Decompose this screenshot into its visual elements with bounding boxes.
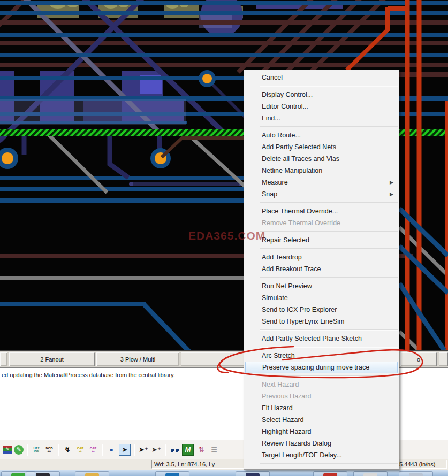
velocity-readout: : 5.4443 (in/ns) xyxy=(393,460,447,469)
submenu-arrow-icon: ▶ xyxy=(390,191,393,197)
menu-item-editor-control[interactable]: Editor Control... xyxy=(244,101,399,112)
taskbar-app-window[interactable] xyxy=(26,471,60,476)
menu-item-add-breakout-trace[interactable]: Add Breakout Trace xyxy=(244,263,399,275)
scheme-tab-o[interactable]: o xyxy=(400,352,437,366)
taskbar-app-diamond-icon xyxy=(246,473,260,476)
measure-green-icon[interactable]: M xyxy=(182,444,194,456)
route-cursor-icon[interactable]: ↯ xyxy=(62,444,73,455)
submenu-arrow-icon: ▶ xyxy=(390,180,393,185)
menu-item-select-hazard[interactable]: Select Hazard xyxy=(244,414,399,426)
menu-item-find[interactable]: Find... xyxy=(244,112,399,124)
taskbar-app-window-icon xyxy=(36,473,50,476)
menu-separator xyxy=(260,126,398,127)
toolbar-separator xyxy=(165,444,166,456)
menu-separator xyxy=(260,375,398,377)
u12-part-icon[interactable]: U12 I88I xyxy=(31,444,42,455)
taskbar-app-folder[interactable] xyxy=(75,471,109,476)
cae-back-icon[interactable]: CAE ⇦ xyxy=(88,444,98,455)
menu-item-properties[interactable]: Properties... xyxy=(244,466,399,470)
taskbar-app-misc[interactable] xyxy=(399,471,433,476)
select-cursor-icon[interactable]: ➤ xyxy=(119,444,131,456)
taskbar-app-doc-icon xyxy=(363,473,377,476)
menu-item-repair-selected[interactable]: Repair Selected xyxy=(244,234,399,246)
menu-item-preserve-spacing-during-move-trace[interactable]: Preserve spacing during move trace xyxy=(245,362,398,373)
menu-item-display-control[interactable]: Display Control... xyxy=(244,89,399,101)
menu-item-add-partly-selected-plane-sketch[interactable]: Add Partly Selected Plane Sketch xyxy=(244,333,399,344)
menu-item-next-hazard: Next Hazard xyxy=(244,379,399,390)
menu-item-add-teardrop[interactable]: Add Teardrop xyxy=(244,251,399,263)
cae-forward-icon[interactable]: CAE ⇨ xyxy=(75,444,86,455)
taskbar-app-doc[interactable] xyxy=(353,471,388,476)
menu-item-remove-thermal-override: Remove Thermal Override xyxy=(244,217,399,229)
taskbar-app-diamond[interactable] xyxy=(236,471,270,476)
menu-item-add-partly-selected-nets[interactable]: Add Partly Selected Nets xyxy=(244,141,399,153)
menu-separator xyxy=(260,202,398,203)
taskbar-app-red[interactable] xyxy=(313,471,347,476)
menu-item-place-thermal-override[interactable]: Place Thermal Override... xyxy=(244,205,399,217)
list-icon[interactable]: ☰ xyxy=(209,444,219,455)
menu-item-highlight-hazard[interactable]: Highlight Hazard xyxy=(244,426,399,437)
menu-item-auto-route[interactable]: Auto Route... xyxy=(244,129,399,141)
windows-taskbar[interactable] xyxy=(0,470,448,476)
taskbar-app-browser-icon xyxy=(165,473,179,476)
scheme-tab-partial[interactable] xyxy=(439,352,448,366)
menu-separator xyxy=(260,231,398,232)
menu-item-target-length-tof-delay[interactable]: Target Length/TOF Delay... xyxy=(244,449,399,461)
menu-separator xyxy=(260,347,398,348)
toolbar-separator xyxy=(102,444,103,456)
add-select-icon[interactable]: ➤⁺ xyxy=(138,444,149,455)
menu-item-snap[interactable]: Snap▶ xyxy=(244,188,399,200)
menu-item-delete-all-traces-and-vias[interactable]: Delete all Traces and Vias xyxy=(244,153,399,165)
scheme-tab-3-plow-multi[interactable]: 3 Plow / Multi xyxy=(96,352,179,366)
menu-item-previous-hazard: Previous Hazard xyxy=(244,390,399,402)
menu-item-arc-stretch[interactable]: Arc Stretch xyxy=(244,350,399,362)
dialog-icon[interactable]: ▦ xyxy=(106,444,117,455)
toolbar-separator xyxy=(58,444,59,456)
menu-item-send-to-hyperlynx-linesim[interactable]: Send to HyperLynx LineSim xyxy=(244,316,399,327)
menu-item-cancel[interactable]: Cancel xyxy=(244,72,399,83)
menu-separator xyxy=(260,277,398,278)
menu-item-review-hazards-dialog[interactable]: Review Hazards Dialog xyxy=(244,437,399,449)
scheme-tab-partial[interactable] xyxy=(0,352,7,366)
taskbar-app-browser[interactable] xyxy=(155,471,189,476)
taskbar-app-red-icon xyxy=(323,473,337,476)
find-edit-icon[interactable] xyxy=(169,444,180,455)
menu-item-run-net-preview[interactable]: Run Net Preview xyxy=(244,280,399,292)
menu-separator xyxy=(260,329,398,331)
taskbar-app-folder-icon xyxy=(85,473,99,476)
add-select2-icon[interactable]: ➤⁺ xyxy=(151,444,162,455)
menu-separator xyxy=(260,248,398,249)
menu-separator xyxy=(260,463,398,464)
taskbar-app-misc-icon xyxy=(409,473,423,476)
swap-nets-icon[interactable]: ⇅ xyxy=(196,444,207,455)
context-menu: CancelDisplay Control...Editor Control..… xyxy=(244,70,399,470)
toolbar-separator xyxy=(134,444,135,456)
taskbar-app-green-icon xyxy=(11,473,25,476)
layer-stack-icon[interactable]: ✎ xyxy=(3,446,12,454)
menu-item-send-to-icx-pro-explorer[interactable]: Send to ICX Pro Explorer xyxy=(244,304,399,316)
menu-separator xyxy=(260,86,398,87)
menu-item-netline-manipulation[interactable]: Netline Manipulation xyxy=(244,165,399,176)
ncd-icon[interactable]: NCD ≈≈ xyxy=(44,444,55,455)
edit-green-icon[interactable]: ✎ xyxy=(14,445,24,455)
menu-item-simulate[interactable]: Simulate xyxy=(244,292,399,304)
toolbar-separator xyxy=(27,444,28,456)
menu-item-fit-hazard[interactable]: Fit Hazard xyxy=(244,402,399,414)
scheme-tab-2-fanout[interactable]: 2 Fanout xyxy=(9,352,95,366)
menu-item-measure[interactable]: Measure▶ xyxy=(244,176,399,188)
